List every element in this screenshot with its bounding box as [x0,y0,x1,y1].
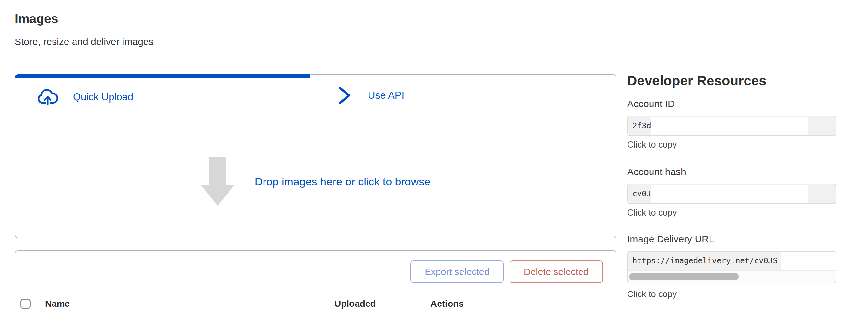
account-hash-label: Account hash [627,166,686,177]
account-id-label: Account ID [627,98,675,109]
account-hash-copy-hint: Click to copy [627,208,677,218]
horizontal-scrollbar [628,270,836,283]
page-title: Images [14,12,58,26]
image-delivery-url-field[interactable]: https://imagedelivery.net/cv0JS [627,251,836,283]
account-hash-value: cv0J [632,189,651,199]
account-id-value: 2f3d [632,121,651,131]
redaction-overlay [781,252,836,270]
image-delivery-url-value: https://imagedelivery.net/cv0JS [632,256,778,265]
select-all-checkbox[interactable] [21,299,31,309]
image-delivery-url-copy-hint: Click to copy [627,289,677,299]
account-id-copy-hint: Click to copy [627,140,677,150]
horizontal-scrollbar-thumb[interactable] [629,273,739,280]
chevron-right-icon [337,86,352,105]
column-header-name: Name [45,299,70,309]
image-dropzone[interactable]: Drop images here or click to browse [15,116,616,238]
column-header-actions: Actions [430,299,464,309]
delete-selected-button[interactable]: Delete selected [509,260,603,283]
image-delivery-url-label: Image Delivery URL [627,234,714,245]
redaction-overlay [651,185,808,203]
table-header-row: Name Uploaded Actions [15,293,616,315]
developer-resources-heading: Developer Resources [627,73,767,89]
tab-quick-upload[interactable]: Quick Upload [15,78,310,116]
dropzone-label: Drop images here or click to browse [255,175,430,188]
export-selected-button[interactable]: Export selected [410,260,504,283]
table-toolbar: Export selected Delete selected [15,251,616,293]
upload-card: Quick Upload Use API Drop images here or… [14,74,617,238]
arrow-down-icon [200,157,235,206]
account-id-field[interactable]: 2f3d [627,116,836,136]
cloud-upload-icon [37,89,59,106]
account-hash-field[interactable]: cv0J [627,184,836,204]
tab-use-api[interactable]: Use API [310,75,616,116]
redaction-overlay [651,117,808,135]
page-subtitle: Store, resize and deliver images [14,36,154,47]
column-header-uploaded: Uploaded [335,299,376,309]
active-tab-indicator [14,74,310,78]
tab-use-api-label: Use API [368,90,404,101]
tab-quick-upload-label: Quick Upload [73,91,133,103]
images-table-card: Export selected Delete selected Name Upl… [14,250,617,321]
